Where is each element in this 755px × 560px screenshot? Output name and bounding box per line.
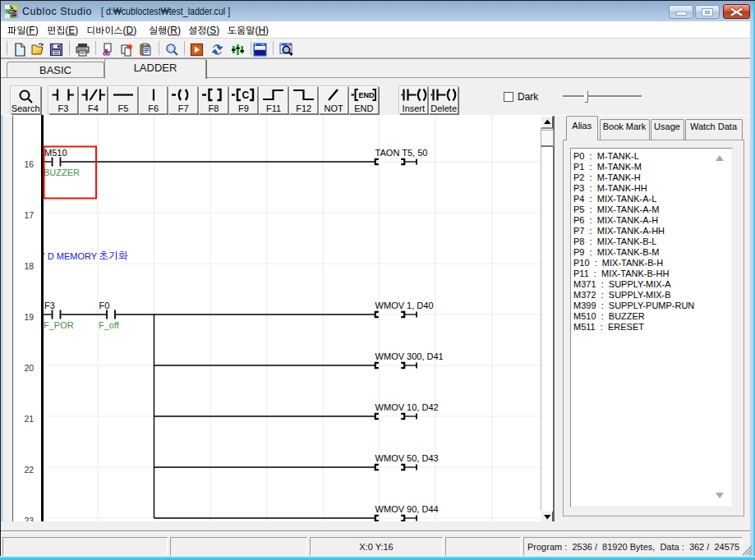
svg-text:TAON T5, 50: TAON T5, 50 — [375, 148, 428, 158]
svg-text:WMOV 90, D44: WMOV 90, D44 — [375, 504, 439, 514]
svg-text:C: C — [242, 90, 249, 101]
svg-text:22: 22 — [25, 465, 35, 475]
svg-text:M510: M510 — [44, 148, 67, 158]
svg-text:WMOV 1, D40: WMOV 1, D40 — [375, 301, 434, 310]
svg-text:F0: F0 — [99, 301, 110, 310]
svg-text:F_off: F_off — [99, 320, 120, 330]
svg-text:WMOV 50, D43: WMOV 50, D43 — [375, 453, 439, 463]
svg-text:18: 18 — [25, 261, 35, 271]
svg-text:WMOV 300, D41: WMOV 300, D41 — [375, 351, 444, 361]
svg-text:BUZZER: BUZZER — [44, 168, 80, 177]
svg-text:F3: F3 — [44, 301, 55, 310]
svg-text:21: 21 — [25, 414, 35, 424]
svg-text:16: 16 — [25, 159, 35, 169]
svg-text:F_POR: F_POR — [44, 320, 74, 330]
svg-text:17: 17 — [25, 210, 35, 220]
svg-text:20: 20 — [25, 363, 35, 373]
svg-text:19: 19 — [25, 312, 35, 322]
svg-text:END: END — [358, 91, 374, 99]
svg-text:23: 23 — [25, 516, 35, 522]
svg-text:WMOV 10, D42: WMOV 10, D42 — [375, 402, 439, 412]
svg-text:' D MEMORY: ' D MEMORY — [44, 251, 98, 261]
